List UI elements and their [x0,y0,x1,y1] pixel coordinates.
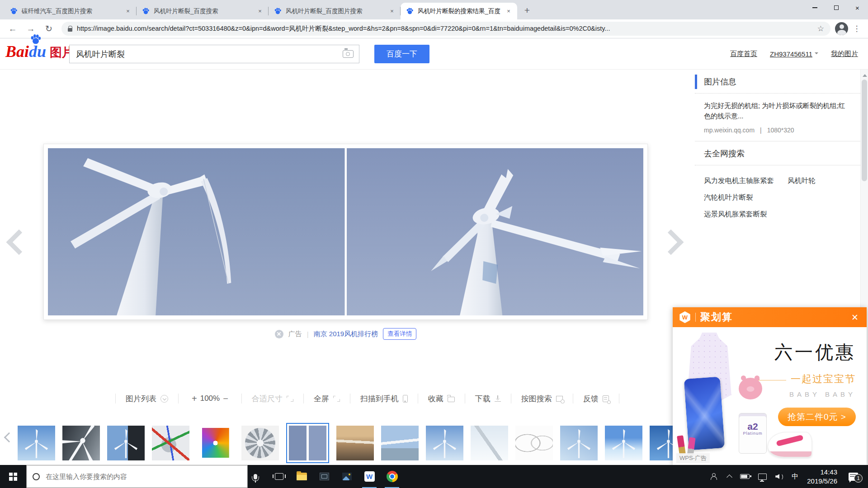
thumbnail-two-pane[interactable] [286,423,329,463]
download-button[interactable]: 下载 [475,394,501,404]
tab-3[interactable]: 风机叶片断裂_百度图片搜索 × [269,3,401,19]
logo-text-du: du [29,43,46,60]
thumbnail-blade-transport[interactable] [381,426,419,460]
main-image-right-turbine[interactable] [347,148,644,315]
tab-close-icon[interactable]: × [388,7,396,15]
thumbnail-blades-dusk[interactable] [336,426,374,460]
network-display-icon[interactable] [758,474,767,480]
battery-icon[interactable] [740,474,750,479]
fullscreen-button[interactable]: 全屏 [314,394,340,404]
lipstick-image [677,435,686,455]
image-dimensions: 1080*320 [767,127,794,134]
scrollbar-up-arrow-icon[interactable] [863,72,867,77]
window-minimize-button[interactable] [804,0,826,15]
link-my-images[interactable]: 我的图片 [831,50,858,58]
browser-menu-icon[interactable]: ⋮ [850,24,863,33]
chrome-button[interactable] [381,465,403,488]
promo-close-icon[interactable]: ✕ [849,311,860,324]
profile-avatar[interactable] [835,22,848,35]
address-bar[interactable]: https://image.baidu.com/search/detail?ct… [61,22,830,36]
zoom-in-button[interactable]: + [189,394,200,404]
baidu-search-button[interactable]: 百度一下 [374,45,429,63]
thumbnail-schematic[interactable] [515,426,553,460]
wps-ad-tag: WPS-广告 [676,453,710,463]
baidu-image-logo[interactable]: Bai du 图片 [5,43,74,60]
image-source-link[interactable]: mp.weixin.qq.com [704,127,755,134]
action-center-icon[interactable]: 1 [849,473,858,481]
start-button[interactable] [0,465,26,488]
wps-button[interactable] [358,465,381,488]
tab-close-icon[interactable]: × [124,7,132,15]
windows-taskbar: 中 14:43 2019/5/26 1 [0,465,868,488]
carousel-next-arrow[interactable] [658,230,684,255]
back-button[interactable]: ← [5,21,21,37]
ad-detail-button[interactable]: 查看详情 [383,328,416,340]
task-view-button[interactable] [268,465,290,488]
windows-logo-icon [9,473,17,481]
ad-separator: | [307,330,309,338]
thumbnail-blade-dark[interactable] [62,426,100,460]
fullweb-link-3[interactable]: 汽轮机叶片断裂 [704,193,753,202]
pig-toy-image [739,378,762,399]
url-text[interactable]: https://image.baidu.com/search/detail?ct… [77,24,813,33]
people-icon[interactable] [711,473,719,480]
ad-close-icon[interactable] [275,330,283,338]
collect-button[interactable]: 收藏 [428,394,455,404]
carousel-prev-arrow[interactable] [6,230,32,255]
thumbnail-prev-arrow[interactable] [4,432,14,443]
download-icon [495,395,501,402]
window-close-button[interactable]: × [847,0,868,15]
thumbnail-blade-white[interactable] [471,426,508,460]
promo-headline: 六一优惠 [774,340,856,365]
feedback-icon [603,395,609,402]
milk-powder-tin-image: a2 Platinum [739,413,767,454]
juhuasuan-ad-panel[interactable]: W 聚划算 ✕ a2 Platinum 六一优惠 一起过宝宝节 BABY BAB… [673,307,867,465]
new-tab-button[interactable]: + [520,4,534,17]
scan-to-phone-button[interactable]: 扫描到手机 [360,394,408,404]
fit-size-button[interactable]: 合适尺寸 [252,394,293,404]
promo-cta-button[interactable]: 抢第二件0元 > [778,408,856,426]
link-baidu-home[interactable]: 百度首页 [730,50,757,58]
fullweb-link-4[interactable]: 远景风机胀紧套断裂 [704,210,767,219]
fullweb-link-1[interactable]: 风力发电机主轴胀紧套 [704,176,774,186]
thumbnail-cad-blade[interactable] [197,426,234,460]
taskbar-search-box[interactable] [26,465,248,488]
thumbnail-turbine-split[interactable] [107,426,145,460]
tab-2[interactable]: 风机叶片断裂_百度搜索 × [137,3,269,19]
thumbnail-turbine-sky2[interactable] [426,426,463,460]
ime-indicator[interactable]: 中 [792,472,798,481]
thumbnail-turbine-clouds[interactable] [605,426,642,460]
https-lock-icon[interactable] [68,28,72,32]
tray-chevron-up-icon[interactable] [726,474,732,480]
thumbnail-render-3d[interactable] [152,426,189,460]
thumbnail-turbine-photo[interactable] [560,426,598,460]
zoom-out-button[interactable]: − [220,394,231,404]
snipping-tool-button[interactable] [313,465,335,488]
photos-app-button[interactable] [335,465,358,488]
reload-button[interactable]: ↻ [41,21,57,37]
bookmark-star-icon[interactable]: ☆ [817,24,824,33]
search-by-image-button[interactable]: 按图搜索 [521,394,563,404]
tab-1[interactable]: 碳纤维汽车_百度图片搜索 × [5,3,137,19]
image-list-button[interactable]: 图片列表 [126,394,168,404]
feedback-button[interactable]: 反馈 [583,394,609,404]
scrollbar-thumb[interactable] [862,80,867,181]
main-image-left-turbine[interactable] [48,148,345,315]
microphone-button[interactable] [248,465,263,488]
taskbar-search-input[interactable] [45,472,241,481]
file-explorer-button[interactable] [290,465,313,488]
thumbnail-metal-spiral[interactable] [241,426,279,460]
thumbnail-turbine-sky[interactable] [18,426,55,460]
camera-search-icon[interactable] [343,50,354,58]
fullweb-link-2[interactable]: 风机叶轮 [788,176,816,186]
baidu-search-input[interactable] [75,49,343,59]
volume-icon[interactable] [775,474,783,479]
tab-close-icon[interactable]: × [505,7,513,15]
taskbar-clock[interactable]: 14:43 2019/5/26 [807,468,837,485]
tab-close-icon[interactable]: × [256,7,264,15]
promo-body[interactable]: a2 Platinum 六一优惠 一起过宝宝节 BABY BABY 抢第二件0元… [673,327,867,465]
ad-link[interactable]: 南京 2019风机排行榜 [314,330,378,338]
tab-4-active[interactable]: 风机叶片断裂的搜索结果_百度图... × [401,3,517,19]
link-account-dropdown[interactable]: ZH937456511 [770,50,818,58]
window-maximize-button[interactable] [826,0,847,15]
